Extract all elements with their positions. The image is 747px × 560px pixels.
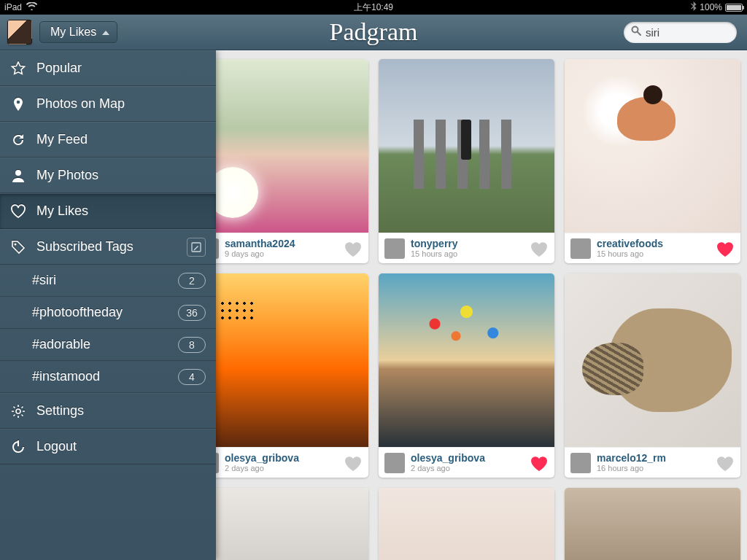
photo-thumbnail[interactable] (193, 59, 368, 233)
user-avatar[interactable] (7, 20, 32, 44)
sidebar-item-my-feed[interactable]: My Feed (0, 122, 216, 158)
post-time: 15 hours ago (597, 249, 663, 258)
author-avatar[interactable] (384, 238, 405, 259)
person-icon (10, 168, 26, 183)
like-button[interactable] (530, 454, 549, 472)
sidebar-item-label: Settings (36, 403, 84, 419)
tag-label: #adorable (32, 337, 90, 352)
sidebar-item-logout[interactable]: Logout (0, 429, 216, 464)
photo-card[interactable]: marcelo12_rm 16 hours ago (565, 273, 740, 478)
like-button[interactable] (344, 240, 363, 257)
post-time: 2 days ago (411, 464, 485, 472)
svg-line-1 (638, 32, 640, 35)
tag-item-siri[interactable]: #siri 2 (0, 265, 216, 297)
like-button[interactable] (344, 454, 363, 472)
photo-thumbnail[interactable] (379, 488, 554, 560)
author-username[interactable]: samantha2024 (225, 238, 295, 249)
sidebar-item-subscribed-tags[interactable]: Subscribed Tags (0, 229, 216, 265)
search-icon (631, 26, 641, 39)
sidebar-item-label: Popular (36, 61, 82, 76)
author-username[interactable]: olesya_gribova (225, 453, 299, 464)
post-time: 15 hours ago (411, 249, 458, 258)
photo-thumbnail[interactable] (379, 59, 554, 233)
tag-label: #photooftheday (32, 305, 123, 320)
tag-count-badge: 8 (178, 337, 206, 353)
photo-card[interactable] (193, 488, 368, 560)
edit-tags-button[interactable] (187, 238, 206, 257)
author-avatar[interactable] (384, 453, 405, 473)
search-field[interactable] (624, 22, 737, 43)
battery-icon (725, 4, 743, 12)
photo-card[interactable]: creativefoods 15 hours ago (565, 59, 740, 263)
like-button[interactable] (530, 240, 549, 257)
sidebar-item-popular[interactable]: Popular (0, 50, 216, 86)
photo-card[interactable]: olesya_gribova 2 days ago (193, 273, 368, 478)
tag-icon (10, 240, 26, 254)
author-avatar[interactable] (570, 238, 591, 259)
photo-card[interactable]: olesya_gribova 2 days ago (379, 273, 554, 478)
tag-item-adorable[interactable]: #adorable 8 (0, 329, 216, 361)
sidebar-item-my-photos[interactable]: My Photos (0, 158, 216, 193)
sidebar-item-photos-on-map[interactable]: Photos on Map (0, 86, 216, 122)
post-time: 16 hours ago (597, 464, 666, 472)
gear-icon (10, 404, 26, 419)
photo-card[interactable]: samantha2024 9 days ago (193, 59, 368, 263)
photo-thumbnail[interactable] (565, 488, 740, 560)
refresh-icon (10, 133, 26, 147)
sidebar: Popular Photos on Map My Feed My Photos … (0, 50, 216, 560)
photo-card[interactable] (379, 488, 554, 560)
svg-point-3 (15, 170, 21, 176)
tag-item-instamood[interactable]: #instamood 4 (0, 361, 216, 393)
like-button[interactable] (716, 454, 735, 472)
clock: 上午10:49 (354, 2, 393, 12)
author-username[interactable]: creativefoods (597, 238, 663, 249)
status-bar: iPad 上午10:49 100% (0, 0, 747, 15)
svg-point-6 (16, 409, 20, 413)
photo-card[interactable]: tonyperry 15 hours ago (379, 59, 554, 263)
sidebar-item-label: Logout (36, 439, 77, 454)
sidebar-item-my-likes[interactable]: My Likes (0, 193, 216, 229)
tag-count-badge: 2 (178, 273, 206, 289)
photo-thumbnail[interactable] (193, 488, 368, 560)
tag-label: #instamood (32, 369, 100, 384)
photo-thumbnail[interactable] (565, 273, 740, 447)
svg-point-4 (15, 243, 17, 245)
pin-icon (10, 97, 26, 112)
tag-count-badge: 4 (178, 369, 206, 385)
photo-thumbnail[interactable] (193, 273, 368, 447)
logout-icon (10, 440, 26, 454)
author-username[interactable]: tonyperry (411, 238, 458, 249)
sidebar-item-label: My Feed (36, 132, 88, 147)
author-username[interactable]: marcelo12_rm (597, 453, 666, 464)
sidebar-item-settings[interactable]: Settings (0, 393, 216, 429)
star-icon (10, 61, 26, 76)
app-header: My Likes Padgram (0, 15, 747, 50)
author-avatar[interactable] (570, 453, 591, 473)
author-username[interactable]: olesya_gribova (411, 453, 485, 464)
photo-thumbnail[interactable] (565, 59, 740, 233)
sidebar-item-label: Photos on Map (36, 96, 125, 112)
post-time: 9 days ago (225, 249, 295, 258)
post-time: 2 days ago (225, 464, 299, 472)
tag-label: #siri (32, 273, 56, 288)
photo-card[interactable] (565, 488, 740, 560)
like-button[interactable] (716, 240, 735, 257)
sidebar-item-label: Subscribed Tags (36, 239, 133, 254)
tag-count-badge: 36 (178, 305, 206, 321)
heart-icon (10, 204, 26, 219)
search-input[interactable] (646, 26, 729, 39)
section-dropdown[interactable]: My Likes (39, 21, 117, 43)
dropdown-label: My Likes (50, 26, 96, 39)
tag-item-photooftheday[interactable]: #photooftheday 36 (0, 297, 216, 329)
photo-thumbnail[interactable] (379, 273, 554, 447)
sidebar-item-label: My Likes (36, 203, 88, 219)
sidebar-item-label: My Photos (36, 168, 98, 183)
svg-point-2 (17, 100, 20, 104)
